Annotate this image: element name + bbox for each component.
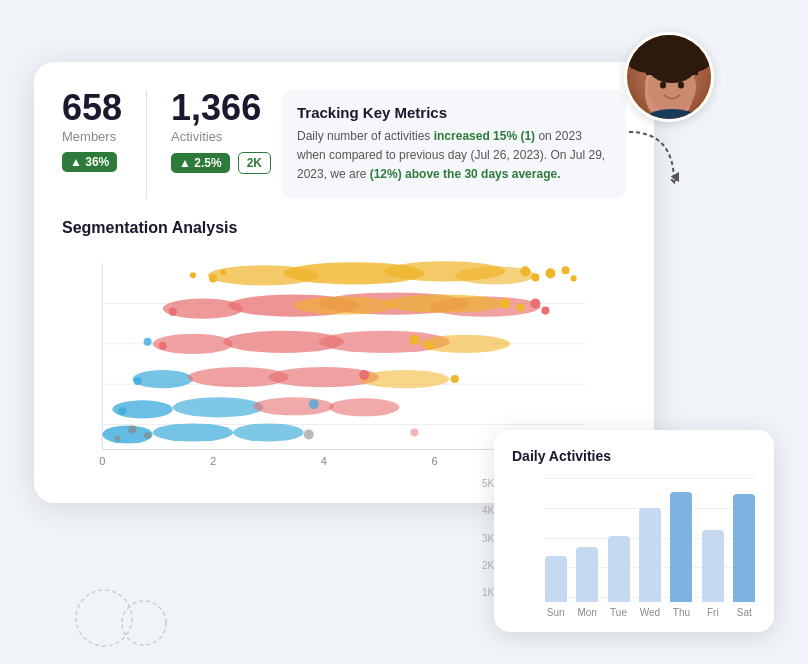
svg-point-68 [114,435,120,441]
svg-point-27 [220,269,226,275]
svg-point-34 [541,306,549,314]
tracking-text-before1: Daily number of activities [297,129,434,143]
y-label-4k: 4K [482,505,494,516]
tracking-text: Daily number of activities increased 15%… [297,127,610,185]
y-label-2k: 2K [482,560,494,571]
bar-wed [639,508,661,602]
svg-point-23 [545,268,555,278]
y-axis-labels: 5K 4K 3K 2K 1K [482,478,494,598]
dashed-circles-decoration [74,568,194,652]
y-label-3k: 3K [482,533,494,544]
bar-chart: SunMonTueWedThuFriSat [544,478,756,618]
bar-mon [576,547,598,602]
svg-point-3 [660,82,666,89]
bar-label-fri: Fri [707,607,719,618]
bar-group-sat: Sat [733,494,756,618]
svg-point-44 [409,334,419,344]
daily-activities-title: Daily Activities [512,448,756,464]
svg-point-66 [304,429,314,439]
svg-point-63 [233,423,304,441]
svg-point-64 [128,425,136,433]
bar-chart-wrap: 5K 4K 3K 2K 1K SunMonTueWedThuFriSat [512,478,756,618]
bar-group-mon: Mon [575,547,598,618]
avatar [624,32,714,122]
svg-point-60 [118,407,126,415]
metric-divider [146,90,147,199]
bar-group-tue: Tue [607,536,630,618]
svg-point-37 [384,294,505,312]
bar-group-thu: Thu [670,492,693,618]
svg-point-25 [571,275,577,281]
svg-point-21 [520,266,530,276]
bar-group-sun: Sun [544,556,567,618]
svg-text:4: 4 [321,454,327,466]
members-badge: ▲ 36% [62,152,117,172]
svg-point-39 [516,303,524,311]
bar-fri [702,530,724,602]
svg-point-24 [562,266,570,274]
tracking-highlight2: (12%) above the 30 days average. [370,167,561,181]
svg-point-45 [426,341,434,349]
daily-activities-card: Daily Activities 5K 4K 3K 2K 1K SunMonTu… [494,430,774,632]
bar-label-thu: Thu [673,607,690,618]
svg-point-51 [359,370,450,388]
svg-point-53 [451,375,459,383]
svg-point-35 [169,307,177,315]
svg-rect-2 [646,63,698,75]
svg-point-26 [209,274,217,282]
bar-label-sat: Sat [737,607,752,618]
svg-point-48 [133,370,193,388]
svg-point-69 [76,590,132,646]
members-label: Members [62,129,122,144]
bar-group-wed: Wed [638,508,661,618]
activities-label: Activities [171,129,271,144]
svg-point-54 [134,377,142,385]
activities-value: 1,366 [171,90,271,126]
svg-point-62 [153,423,234,441]
svg-point-36 [294,296,395,314]
svg-point-56 [173,397,264,417]
svg-point-43 [420,334,511,352]
tracking-title: Tracking Key Metrics [297,104,610,121]
bar-sun [545,556,567,602]
bar-label-mon: Mon [577,607,596,618]
bar-group-fri: Fri [701,530,724,618]
y-label-5k: 5K [482,478,494,489]
svg-point-46 [159,341,167,349]
bar-thu [670,492,692,602]
svg-point-67 [410,428,418,436]
svg-point-38 [500,298,510,308]
svg-text:2: 2 [210,454,216,466]
activities-badge1: ▲ 2.5% [171,153,230,173]
bar-sat [733,494,755,602]
svg-text:0: 0 [99,454,105,466]
bar-label-wed: Wed [640,607,660,618]
segmentation-title: Segmentation Analysis [62,219,626,237]
svg-point-4 [678,82,684,89]
svg-point-59 [309,399,319,409]
tracking-highlight1: increased 15% (1) [434,129,535,143]
svg-point-70 [122,601,166,645]
arrow-decoration [619,122,679,206]
svg-point-33 [530,298,540,308]
svg-point-65 [144,432,151,439]
y-label-1k: 1K [482,587,494,598]
tracking-box: Tracking Key Metrics Daily number of act… [281,90,626,199]
metrics-row: 658 Members ▲ 36% 1,366 Activities ▲ 2.5… [62,90,626,199]
svg-point-52 [359,370,369,380]
svg-text:6: 6 [432,454,438,466]
svg-point-58 [329,398,400,416]
svg-point-22 [531,273,539,281]
activities-badge2: 2K [238,152,271,174]
activities-badges: ▲ 2.5% 2K [171,152,271,174]
members-metric: 658 Members ▲ 36% [62,90,122,172]
bar-label-sun: Sun [547,607,565,618]
svg-point-57 [253,397,334,415]
svg-point-28 [190,272,196,278]
bar-label-tue: Tue [610,607,627,618]
members-value: 658 [62,90,122,126]
activities-metric: 1,366 Activities ▲ 2.5% 2K [171,90,271,174]
svg-point-47 [144,337,152,345]
bar-tue [608,536,630,602]
